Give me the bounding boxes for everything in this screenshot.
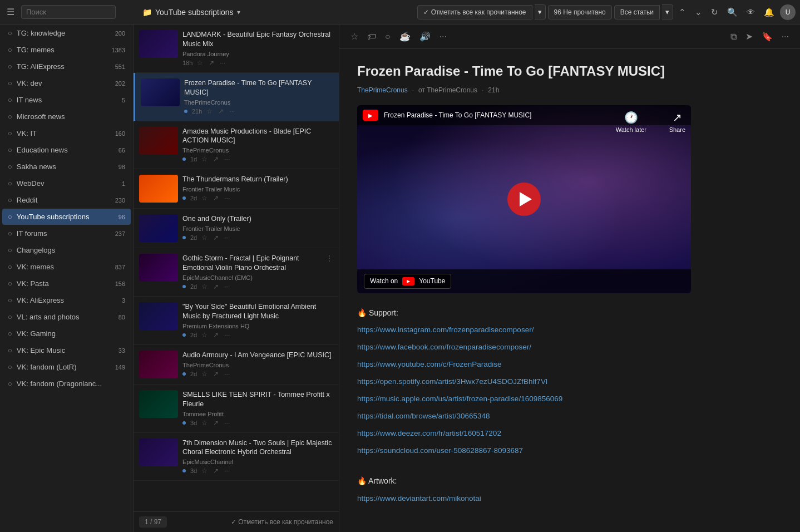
article-item-8[interactable]: SMELLS LIKE TEEN SPIRIT - Tommee Profitt… <box>134 385 339 433</box>
sidebar-item-14[interactable]: ○ VK: memes 837 <box>2 259 131 275</box>
share-icon[interactable]: ↗ <box>213 234 219 242</box>
share-icon[interactable]: ↗ <box>209 59 214 67</box>
article-item-9[interactable]: 7th Dimension Music - Two Souls | Epic M… <box>134 433 339 481</box>
dots-icon[interactable]: ··· <box>220 59 225 67</box>
search-input[interactable] <box>21 5 116 19</box>
vertical-dots[interactable]: ⋮ <box>325 254 333 263</box>
star-icon[interactable]: ☆ <box>201 370 208 378</box>
nav-up-button[interactable]: ⌃ <box>675 5 689 19</box>
sidebar-item-8[interactable]: ○ Sakha news 98 <box>2 159 131 175</box>
refresh-button[interactable]: ↻ <box>708 5 722 19</box>
star-icon[interactable]: ☆ <box>201 331 208 339</box>
article-item-4[interactable]: One and Only (Trailer) Frontier Trailer … <box>134 209 339 248</box>
dots-icon[interactable]: ··· <box>224 419 230 427</box>
sidebar-item-3[interactable]: ○ VK: dev 202 <box>2 75 131 91</box>
hamburger-icon[interactable]: ☰ <box>4 4 17 19</box>
share-icon[interactable]: ↗ <box>213 419 219 427</box>
sidebar-item-15[interactable]: ○ VK: Pasta 156 <box>2 275 131 292</box>
star-icon[interactable]: ☆ <box>201 194 208 202</box>
support-link[interactable]: https://soundcloud.com/user-508628867-80… <box>357 446 523 455</box>
dots-icon[interactable]: ··· <box>224 283 230 290</box>
sidebar-item-17[interactable]: ○ VL: arts and photos 80 <box>2 309 131 325</box>
article-item-2[interactable]: Amadea Music Productions - Blade [EPIC A… <box>134 121 339 170</box>
star-icon[interactable]: ☆ <box>201 234 208 242</box>
star-icon[interactable]: ☆ <box>201 419 208 427</box>
watch-on-youtube-button[interactable]: Watch on YouTube <box>364 274 451 289</box>
star-icon[interactable]: ☆ <box>201 283 208 290</box>
mark-read-dropdown-button[interactable]: ▾ <box>535 4 546 19</box>
circle-button[interactable]: ○ <box>383 29 393 44</box>
article-item-5[interactable]: Gothic Storm - Fractal | Epic Poignant E… <box>134 248 339 297</box>
sidebar-item-19[interactable]: ○ VK: Epic Music 33 <box>2 342 131 358</box>
share-icon[interactable]: ↗ <box>213 370 219 378</box>
source-link[interactable]: ThePrimeCronus <box>357 86 408 94</box>
star-icon[interactable]: ☆ <box>201 155 208 163</box>
search-button[interactable]: 🔍 <box>724 5 741 19</box>
support-link[interactable]: https://open.spotify.com/artist/3Hwx7ezU… <box>357 377 547 386</box>
dots-icon[interactable]: ··· <box>224 467 230 475</box>
sidebar-item-11[interactable]: ○ YouTube subscriptions 96 <box>2 209 131 225</box>
share-button[interactable]: ↗ Share <box>669 111 685 133</box>
sidebar-item-20[interactable]: ○ VK: fandom (LotR) 149 <box>2 359 131 375</box>
send-button[interactable]: ➤ <box>743 29 755 44</box>
article-item-1[interactable]: Frozen Paradise - Time To Go [FANTASY MU… <box>134 73 339 121</box>
support-link[interactable]: https://www.facebook.com/frozenparadisec… <box>357 343 531 351</box>
copy-button[interactable]: ⧉ <box>728 29 739 44</box>
sidebar-item-21[interactable]: ○ VK: fandom (Dragonlanc... <box>2 376 131 392</box>
tag-button[interactable]: 🏷 <box>365 29 378 44</box>
eye-button[interactable]: 👁 <box>743 5 758 19</box>
share-icon[interactable]: ↗ <box>213 283 219 290</box>
watch-later-button[interactable]: 🕐 Watch later <box>616 111 646 133</box>
share-icon[interactable]: ↗ <box>213 467 219 475</box>
star-icon[interactable]: ☆ <box>206 107 213 115</box>
support-link[interactable]: https://www.deezer.com/fr/artist/1605172… <box>357 429 501 437</box>
support-link[interactable]: https://music.apple.com/us/artist/frozen… <box>357 395 562 403</box>
avatar[interactable]: U <box>780 4 796 20</box>
dots-icon[interactable]: ··· <box>224 331 230 339</box>
content-more-button[interactable]: ··· <box>779 29 791 44</box>
support-link[interactable]: https://tidal.com/browse/artist/30665348 <box>357 412 490 420</box>
sidebar-item-13[interactable]: ○ Changelogs <box>2 242 131 258</box>
support-link[interactable]: https://www.instagram.com/frozenparadise… <box>357 326 534 334</box>
dots-icon[interactable]: ··· <box>224 155 230 163</box>
star-icon[interactable]: ☆ <box>197 59 203 67</box>
article-item-7[interactable]: Audio Armoury - I Am Vengeance [EPIC MUS… <box>134 345 339 385</box>
sidebar-item-0[interactable]: ○ TG: knowledge 200 <box>2 25 131 41</box>
bell-button[interactable]: 🔔 <box>761 5 778 19</box>
sidebar-item-10[interactable]: ○ Reddit 230 <box>2 192 131 208</box>
star-icon[interactable]: ☆ <box>201 467 208 475</box>
articles-filter-dropdown-button[interactable]: ▾ <box>662 4 673 19</box>
sidebar-item-4[interactable]: ○ IT news 5 <box>2 92 131 108</box>
sidebar-item-2[interactable]: ○ TG: AliExpress 551 <box>2 58 131 75</box>
mark-read-button[interactable]: ✓ Отметить все как прочитанное <box>417 5 532 19</box>
dots-icon[interactable]: ··· <box>229 107 235 115</box>
sidebar-item-16[interactable]: ○ VK: AliExpress 3 <box>2 292 131 308</box>
sidebar-item-18[interactable]: ○ VK: Gaming <box>2 326 131 342</box>
dots-icon[interactable]: ··· <box>224 194 230 202</box>
article-item-6[interactable]: "By Your Side" Beautiful Emotional Ambie… <box>134 297 339 345</box>
share-icon[interactable]: ↗ <box>213 331 219 339</box>
video-play-button[interactable] <box>507 183 541 216</box>
articles-filter-button[interactable]: Все статьи <box>614 5 660 19</box>
chevron-down-icon[interactable]: ▾ <box>237 8 240 16</box>
sidebar-item-1[interactable]: ○ TG: memes 1383 <box>2 42 131 58</box>
dots-icon[interactable]: ··· <box>224 370 230 378</box>
sidebar-item-5[interactable]: ○ Microsoft news <box>2 109 131 125</box>
sidebar-item-9[interactable]: ○ WebDev 1 <box>2 175 131 191</box>
support-link[interactable]: https://www.youtube.com/c/FrozenParadise <box>357 360 502 368</box>
share-icon[interactable]: ↗ <box>213 194 219 202</box>
sidebar-item-7[interactable]: ○ Education news 66 <box>2 142 131 158</box>
save-button[interactable]: 🔖 <box>759 29 775 44</box>
sidebar-item-12[interactable]: ○ IT forums 237 <box>2 225 131 242</box>
dots-icon[interactable]: ··· <box>224 234 230 242</box>
star-button[interactable]: ☆ <box>348 29 361 44</box>
share-icon[interactable]: ↗ <box>213 155 219 163</box>
share-icon[interactable]: ↗ <box>218 107 224 115</box>
article-item-0[interactable]: LANDMARK - Beautiful Epic Fantasy Orches… <box>134 24 339 73</box>
article-item-3[interactable]: The Thundermans Return (Trailer) Frontie… <box>134 169 339 209</box>
sidebar-item-6[interactable]: ○ VK: IT 160 <box>2 125 131 141</box>
artwork-link[interactable]: https://www.deviantart.com/mikonotai <box>357 494 481 503</box>
more-button[interactable]: ··· <box>437 29 449 44</box>
cup-button[interactable]: ☕ <box>397 29 413 44</box>
nav-down-button[interactable]: ⌄ <box>692 5 705 19</box>
